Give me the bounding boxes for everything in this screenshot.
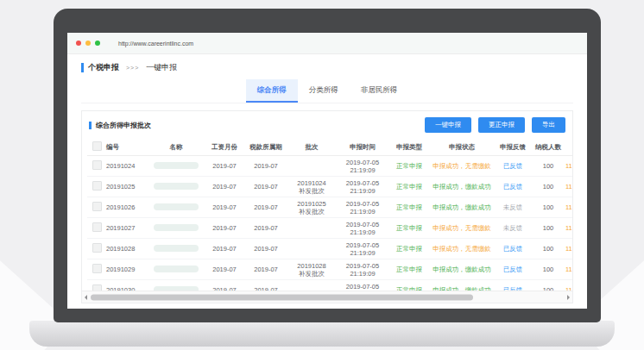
name-placeholder [154, 183, 199, 190]
cell-declare-time: 2019-07-0521:19:09 [336, 159, 389, 174]
cell-tax-period: 2019-07 [244, 162, 287, 170]
checkbox-cell [87, 243, 106, 254]
tab-bar: 综合所得 分类所得 非居民所得 [81, 79, 573, 103]
cell-tax-period: 2019-07 [244, 266, 287, 273]
cell-batch-id: 20191027 [106, 224, 148, 232]
cell-declare-feedback[interactable]: 未反馈 [495, 224, 531, 232]
cell-name [148, 245, 205, 253]
cell-batch: 20191024补发批次 [287, 179, 336, 195]
accent-bar [89, 122, 92, 129]
panel-actions: 一键申报 更正申报 导出 [425, 117, 565, 133]
name-placeholder [154, 245, 199, 252]
name-placeholder [154, 224, 199, 231]
row-checkbox[interactable] [92, 202, 102, 211]
cell-salary-month: 2019-07 [205, 203, 244, 211]
breadcrumb-separator: >>> [126, 65, 139, 71]
scrollbar-thumb[interactable] [91, 294, 473, 300]
cell-declare-time: 2019-07-0521:19:09 [336, 200, 389, 216]
checkbox-cell [87, 222, 106, 234]
cell-tax-period: 2019-07 [244, 203, 287, 211]
accent-bar [81, 63, 84, 72]
cell-declare-status: 申报成功，缴款成功 [429, 266, 495, 273]
cell-tax-period: 2019-07 [244, 183, 287, 191]
horizontal-scrollbar[interactable] [82, 291, 572, 303]
cell-declare-time: 2019-07-0521:19:09 [336, 179, 389, 195]
cell-name [148, 224, 205, 233]
cell-batch-id: 20191026 [106, 203, 148, 211]
cell-declare-type: 正常申报 [389, 203, 429, 211]
cell-declare-status: 申报成功，无需缴款 [429, 245, 495, 253]
tab-nonresident-income[interactable]: 非居民所得 [350, 79, 409, 103]
export-button[interactable]: 导出 [532, 117, 565, 133]
one-click-declare-button[interactable]: 一键申报 [425, 117, 471, 133]
minimize-icon[interactable] [85, 41, 91, 46]
cell-name [148, 162, 205, 171]
browser-titlebar: http://www.careerintlinc.com [67, 33, 587, 54]
cell-declare-status: 申报成功，缴款成功 [429, 183, 495, 191]
tab-comprehensive-income[interactable]: 综合所得 [246, 79, 298, 103]
header-checkbox-cell [87, 141, 106, 153]
table-row: 201910252019-072019-0720191024补发批次2019-0… [87, 177, 572, 197]
breadcrumb-page: 一键申报 [146, 62, 177, 73]
scroll-left-icon[interactable] [85, 295, 87, 300]
column-header: 批次 [287, 143, 336, 151]
close-icon[interactable] [76, 41, 81, 46]
table-row: 201910282019-072019-072019-07-0521:19:09… [87, 239, 572, 259]
cell-taxpayer-count: 100 [531, 203, 565, 211]
column-header: 申报类型 [389, 143, 429, 151]
cell-declare-type: 正常申报 [389, 162, 429, 170]
row-checkbox[interactable] [92, 284, 102, 291]
panel-header: 综合所得申报批次 一键申报 更正申报 导出 [82, 111, 572, 138]
cell-declare-type: 正常申报 [389, 245, 429, 253]
cell-salary-month: 2019-07 [205, 245, 244, 253]
column-header: 编号 [106, 143, 148, 151]
checkbox-cell [87, 160, 106, 172]
cell-declare-time: 2019-07-0521:19:09 [336, 283, 389, 291]
cell-batch-id: 20191025 [106, 183, 148, 191]
cell-clipped-amount: 11 [565, 183, 572, 191]
maximize-icon[interactable] [95, 41, 100, 46]
cell-name [148, 203, 205, 212]
table-body: 201910242019-072019-072019-07-0521:19:09… [87, 156, 572, 291]
row-checkbox[interactable] [92, 222, 102, 232]
cell-clipped-amount: 11 [565, 162, 572, 170]
cell-declare-feedback[interactable]: 已反馈 [495, 162, 531, 170]
cell-declare-feedback[interactable]: 已反馈 [495, 266, 531, 273]
checkbox-cell [87, 284, 106, 291]
table-row: 201910242019-072019-072019-07-0521:19:09… [87, 156, 572, 177]
cell-declare-feedback[interactable]: 未反馈 [495, 203, 531, 211]
cell-taxpayer-count: 100 [531, 266, 565, 273]
scroll-right-icon[interactable] [567, 295, 570, 300]
row-checkbox[interactable] [92, 181, 102, 191]
browser-window: http://www.careerintlinc.com 个税申报 >>> 一键… [67, 33, 587, 309]
cell-clipped-amount: 11 [565, 245, 572, 253]
cell-tax-period: 2019-07 [244, 245, 287, 253]
table-row: 201910262019-072019-0720191025补发批次2019-0… [87, 197, 572, 218]
cell-name [148, 266, 205, 274]
cell-taxpayer-count: 100 [531, 183, 565, 191]
cell-declare-time: 2019-07-0521:19:09 [336, 241, 389, 257]
cell-salary-month: 2019-07 [205, 162, 244, 170]
cell-declare-status: 申报成功，缴款成功 [429, 203, 495, 211]
select-all-checkbox[interactable] [92, 141, 102, 151]
panel-title: 综合所得申报批次 [96, 121, 151, 130]
name-placeholder [154, 266, 199, 272]
cell-declare-feedback[interactable]: 已反馈 [495, 245, 531, 253]
checkbox-cell [87, 264, 106, 275]
row-checkbox[interactable] [92, 243, 102, 253]
cell-batch: 20191025补发批次 [287, 200, 336, 216]
cell-declare-type: 正常申报 [389, 224, 429, 232]
row-checkbox[interactable] [92, 264, 102, 273]
cell-clipped-amount: 11 [565, 203, 572, 211]
column-header: 工资月份 [205, 143, 244, 151]
name-placeholder [154, 162, 199, 169]
tab-classified-income[interactable]: 分类所得 [298, 79, 350, 103]
row-checkbox[interactable] [92, 160, 102, 170]
cell-salary-month: 2019-07 [205, 266, 244, 273]
cell-declare-time: 2019-07-0521:19:09 [336, 262, 389, 278]
correction-declare-button[interactable]: 更正申报 [478, 117, 525, 133]
cell-batch-id: 20191024 [106, 162, 148, 170]
cell-declare-feedback[interactable]: 已反馈 [495, 183, 531, 191]
cell-declare-time: 2019-07-0521:19:09 [336, 221, 389, 236]
name-placeholder [154, 203, 199, 210]
